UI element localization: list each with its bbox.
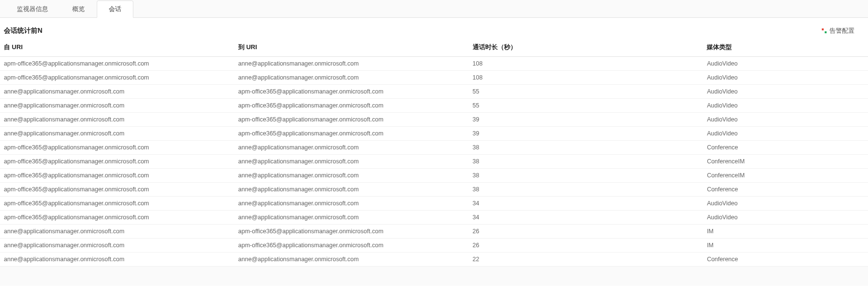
cell-from-uri: anne@applicationsmanager.onmicrosoft.com: [0, 85, 234, 99]
cell-from-uri: anne@applicationsmanager.onmicrosoft.com: [0, 113, 234, 127]
cell-media-type: AudioVideo: [703, 127, 868, 141]
cell-media-type: IM: [703, 239, 868, 253]
cell-media-type: ConferenceIM: [703, 169, 868, 183]
cell-media-type: AudioVideo: [703, 113, 868, 127]
cell-duration: 38: [469, 141, 703, 155]
cell-to-uri: apm-office365@applicationsmanager.onmicr…: [234, 85, 469, 99]
header-from-uri[interactable]: 自 URI: [0, 39, 234, 57]
section-title: 会话统计前N: [4, 27, 42, 35]
cell-from-uri: apm-office365@applicationsmanager.onmicr…: [0, 169, 234, 183]
cell-duration: 55: [469, 85, 703, 99]
table-row: apm-office365@applicationsmanager.onmicr…: [0, 211, 868, 225]
cell-to-uri: apm-office365@applicationsmanager.onmicr…: [234, 99, 469, 113]
table-header-row: 自 URI 到 URI 通话时长（秒） 媒体类型: [0, 39, 868, 57]
footer-space: [0, 266, 868, 286]
cell-from-uri: apm-office365@applicationsmanager.onmicr…: [0, 57, 234, 71]
cell-to-uri: anne@applicationsmanager.onmicrosoft.com: [234, 253, 469, 266]
cell-media-type: IM: [703, 225, 868, 239]
cell-from-uri: anne@applicationsmanager.onmicrosoft.com: [0, 127, 234, 141]
tab-bar: 监视器信息 概览 会话: [0, 0, 868, 18]
tab-overview[interactable]: 概览: [60, 0, 97, 18]
cell-media-type: Conference: [703, 253, 868, 266]
cell-media-type: AudioVideo: [703, 57, 868, 71]
cell-duration: 26: [469, 225, 703, 239]
cell-duration: 108: [469, 57, 703, 71]
table-row: anne@applicationsmanager.onmicrosoft.com…: [0, 239, 868, 253]
cell-to-uri: anne@applicationsmanager.onmicrosoft.com: [234, 169, 469, 183]
sessions-table: 自 URI 到 URI 通话时长（秒） 媒体类型 apm-office365@a…: [0, 39, 868, 266]
cell-duration: 34: [469, 197, 703, 211]
alarm-config-link[interactable]: 告警配置: [822, 27, 864, 35]
cell-from-uri: apm-office365@applicationsmanager.onmicr…: [0, 155, 234, 169]
alarm-config-icon: [822, 28, 827, 33]
section-header: 会话统计前N 告警配置: [0, 18, 868, 39]
cell-media-type: AudioVideo: [703, 85, 868, 99]
table-row: anne@applicationsmanager.onmicrosoft.com…: [0, 85, 868, 99]
cell-from-uri: anne@applicationsmanager.onmicrosoft.com: [0, 239, 234, 253]
cell-media-type: AudioVideo: [703, 71, 868, 85]
cell-to-uri: apm-office365@applicationsmanager.onmicr…: [234, 113, 469, 127]
cell-media-type: Conference: [703, 141, 868, 155]
cell-media-type: AudioVideo: [703, 99, 868, 113]
cell-duration: 39: [469, 127, 703, 141]
cell-duration: 22: [469, 253, 703, 266]
table-row: anne@applicationsmanager.onmicrosoft.com…: [0, 127, 868, 141]
cell-to-uri: anne@applicationsmanager.onmicrosoft.com: [234, 141, 469, 155]
table-row: apm-office365@applicationsmanager.onmicr…: [0, 141, 868, 155]
table-row: apm-office365@applicationsmanager.onmicr…: [0, 169, 868, 183]
cell-to-uri: anne@applicationsmanager.onmicrosoft.com: [234, 57, 469, 71]
cell-duration: 34: [469, 211, 703, 225]
cell-duration: 38: [469, 155, 703, 169]
table-row: apm-office365@applicationsmanager.onmicr…: [0, 197, 868, 211]
cell-duration: 108: [469, 71, 703, 85]
tab-monitor-info[interactable]: 监视器信息: [5, 0, 60, 18]
cell-media-type: AudioVideo: [703, 211, 868, 225]
alarm-config-label: 告警配置: [829, 27, 855, 35]
cell-to-uri: anne@applicationsmanager.onmicrosoft.com: [234, 183, 469, 197]
table-row: apm-office365@applicationsmanager.onmicr…: [0, 183, 868, 197]
cell-media-type: ConferenceIM: [703, 155, 868, 169]
cell-duration: 55: [469, 99, 703, 113]
cell-duration: 38: [469, 183, 703, 197]
cell-from-uri: apm-office365@applicationsmanager.onmicr…: [0, 197, 234, 211]
cell-duration: 26: [469, 239, 703, 253]
cell-duration: 38: [469, 169, 703, 183]
cell-from-uri: anne@applicationsmanager.onmicrosoft.com: [0, 253, 234, 266]
cell-from-uri: apm-office365@applicationsmanager.onmicr…: [0, 211, 234, 225]
cell-duration: 39: [469, 113, 703, 127]
cell-media-type: Conference: [703, 183, 868, 197]
table-row: apm-office365@applicationsmanager.onmicr…: [0, 71, 868, 85]
tab-sessions[interactable]: 会话: [97, 0, 133, 18]
cell-from-uri: apm-office365@applicationsmanager.onmicr…: [0, 71, 234, 85]
cell-from-uri: anne@applicationsmanager.onmicrosoft.com: [0, 99, 234, 113]
cell-from-uri: apm-office365@applicationsmanager.onmicr…: [0, 183, 234, 197]
table-row: anne@applicationsmanager.onmicrosoft.com…: [0, 253, 868, 266]
table-row: anne@applicationsmanager.onmicrosoft.com…: [0, 113, 868, 127]
cell-to-uri: apm-office365@applicationsmanager.onmicr…: [234, 225, 469, 239]
cell-media-type: AudioVideo: [703, 197, 868, 211]
table-row: anne@applicationsmanager.onmicrosoft.com…: [0, 225, 868, 239]
table-row: apm-office365@applicationsmanager.onmicr…: [0, 155, 868, 169]
cell-to-uri: anne@applicationsmanager.onmicrosoft.com: [234, 211, 469, 225]
cell-to-uri: anne@applicationsmanager.onmicrosoft.com: [234, 71, 469, 85]
cell-from-uri: apm-office365@applicationsmanager.onmicr…: [0, 141, 234, 155]
header-to-uri[interactable]: 到 URI: [234, 39, 469, 57]
cell-to-uri: apm-office365@applicationsmanager.onmicr…: [234, 127, 469, 141]
table-row: anne@applicationsmanager.onmicrosoft.com…: [0, 99, 868, 113]
table-row: apm-office365@applicationsmanager.onmicr…: [0, 57, 868, 71]
cell-from-uri: anne@applicationsmanager.onmicrosoft.com: [0, 225, 234, 239]
cell-to-uri: apm-office365@applicationsmanager.onmicr…: [234, 239, 469, 253]
cell-to-uri: anne@applicationsmanager.onmicrosoft.com: [234, 155, 469, 169]
header-media-type[interactable]: 媒体类型: [703, 39, 868, 57]
header-duration[interactable]: 通话时长（秒）: [469, 39, 703, 57]
cell-to-uri: anne@applicationsmanager.onmicrosoft.com: [234, 197, 469, 211]
